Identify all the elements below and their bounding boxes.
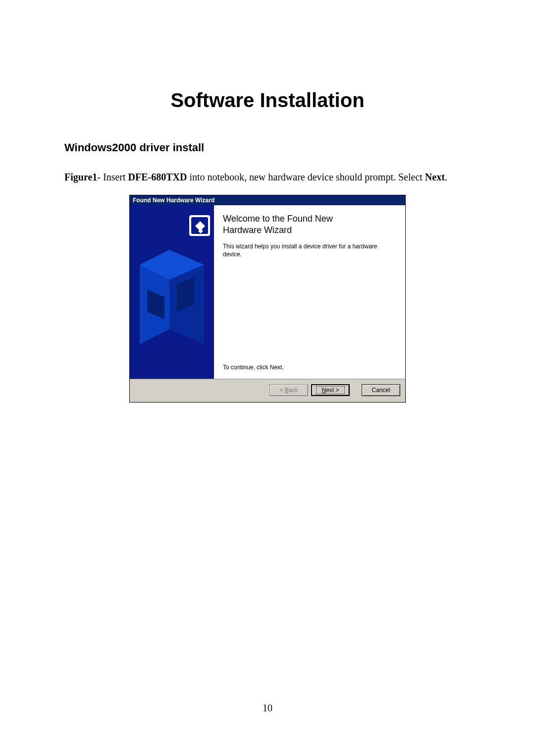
figure-caption: Figure1- Insert DFE-680TXD into notebook… bbox=[64, 169, 471, 185]
action-word: Next bbox=[425, 172, 445, 182]
wizard-continue-text: To continue, click Next. bbox=[223, 364, 396, 371]
wizard-sidebar-graphic bbox=[130, 205, 214, 379]
product-name: DFE-680TXD bbox=[128, 172, 187, 182]
figure-label: Figure1 bbox=[64, 172, 97, 182]
wizard-description: This wizard helps you install a device d… bbox=[223, 242, 396, 258]
section-heading: Windows2000 driver install bbox=[64, 141, 471, 154]
next-button[interactable]: Next > bbox=[311, 384, 350, 396]
wizard-titlebar: Found New Hardware Wizard bbox=[130, 195, 405, 205]
page-number: 10 bbox=[0, 702, 535, 714]
wizard-sidebar-svg bbox=[130, 205, 214, 379]
wizard-button-row: < Back Next > Cancel bbox=[130, 379, 405, 402]
wizard-content: Welcome to the Found New Hardware Wizard… bbox=[214, 205, 405, 379]
wizard-dialog: Found New Hardware Wizard bbox=[129, 195, 406, 403]
page-title: Software Installation bbox=[64, 89, 471, 112]
wizard-body: Welcome to the Found New Hardware Wizard… bbox=[130, 205, 405, 379]
back-button: < Back bbox=[269, 384, 308, 396]
cancel-button[interactable]: Cancel bbox=[362, 384, 400, 396]
wizard-heading: Welcome to the Found New Hardware Wizard bbox=[223, 213, 396, 235]
